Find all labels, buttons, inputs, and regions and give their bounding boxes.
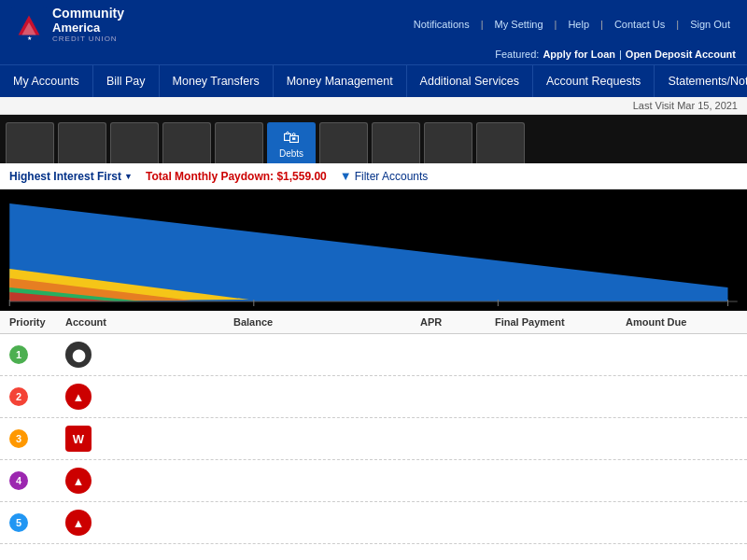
sort-button[interactable]: Highest Interest First ▼ xyxy=(9,170,133,183)
top-bar-lower: Featured: Apply for Loan | Open Deposit … xyxy=(0,47,747,64)
logo-area: ★ Community America CREDIT UNION xyxy=(11,6,124,43)
sort-arrow-icon: ▼ xyxy=(124,172,133,181)
top-bar-upper: ★ Community America CREDIT UNION Notific… xyxy=(0,0,747,47)
logo-icon: ★ xyxy=(11,7,47,42)
account-tab-3[interactable] xyxy=(110,122,159,163)
account-tab-debts[interactable]: 🛍 Debts xyxy=(267,122,316,163)
debts-label: Debts xyxy=(279,148,303,159)
col-apr: APR xyxy=(420,316,495,328)
account-tab-10[interactable] xyxy=(476,122,525,163)
table-row[interactable]: 4 ▲ xyxy=(0,460,747,502)
account-cell-5: ▲ xyxy=(65,510,233,536)
priority-cell-4: 4 xyxy=(9,471,65,490)
logo-text: Community America CREDIT UNION xyxy=(52,6,124,43)
sep1: | xyxy=(475,19,489,30)
account-icon-2: ▲ xyxy=(65,384,92,410)
chart-area xyxy=(0,189,747,311)
priority-cell-1: 1 xyxy=(9,345,65,364)
open-deposit-link[interactable]: Open Deposit Account xyxy=(626,49,736,60)
priority-badge-1: 1 xyxy=(9,345,28,364)
col-final-payment: Final Payment xyxy=(495,316,626,328)
main-nav: My Accounts Bill Pay Money Transfers Mon… xyxy=(0,64,747,97)
account-tab-8[interactable] xyxy=(372,122,420,163)
account-cell-1: ⬤ xyxy=(65,342,233,368)
priority-cell-5: 5 xyxy=(9,513,65,532)
col-account: Account xyxy=(65,316,233,328)
nav-money-transfers[interactable]: Money Transfers xyxy=(160,65,274,97)
filter-label: Filter Accounts xyxy=(355,170,429,183)
debt-chart xyxy=(0,189,747,311)
account-tab-4[interactable] xyxy=(162,122,211,163)
account-tabs: 🛍 Debts xyxy=(0,115,747,163)
table-row[interactable]: 2 ▲ xyxy=(0,376,747,418)
nav-my-accounts[interactable]: My Accounts xyxy=(0,65,93,97)
sep3: | xyxy=(595,19,609,30)
account-icon-1: ⬤ xyxy=(65,342,92,368)
filter-button[interactable]: ▼ Filter Accounts xyxy=(340,169,429,183)
account-icon-4: ▲ xyxy=(65,468,92,494)
priority-badge-2: 2 xyxy=(9,387,28,406)
col-priority: Priority xyxy=(9,316,65,328)
filter-bar: Highest Interest First ▼ Total Monthly P… xyxy=(0,163,747,189)
account-cell-4: ▲ xyxy=(65,468,233,494)
nav-bill-pay[interactable]: Bill Pay xyxy=(93,65,160,97)
priority-cell-2: 2 xyxy=(9,387,65,406)
sep2: | xyxy=(549,19,563,30)
nav-money-management[interactable]: Money Management xyxy=(274,65,407,97)
help-link[interactable]: Help xyxy=(562,19,595,30)
table-header: Priority Account Balance APR Final Payme… xyxy=(0,311,747,334)
account-tab-7[interactable] xyxy=(319,122,368,163)
priority-cell-3: 3 xyxy=(9,429,65,448)
account-icon-5: ▲ xyxy=(65,510,92,536)
paydown-label: Total Monthly Paydown: $1,559.00 xyxy=(146,170,327,183)
sep4: | xyxy=(670,19,684,30)
col-amount-due: Amount Due xyxy=(626,316,738,328)
table-row[interactable]: 1 ⬤ xyxy=(0,334,747,376)
notifications-link[interactable]: Notifications xyxy=(408,19,475,30)
table-row[interactable]: 3 W xyxy=(0,418,747,460)
nav-additional-services[interactable]: Additional Services xyxy=(407,65,533,97)
nav-statements[interactable]: Statements/Notices xyxy=(655,65,747,97)
last-visit-text: Last Visit Mar 15, 2021 xyxy=(633,100,738,111)
priority-badge-5: 5 xyxy=(9,513,28,532)
featured-label: Featured: xyxy=(491,49,543,60)
account-cell-2: ▲ xyxy=(65,384,233,410)
top-bar: ★ Community America CREDIT UNION Notific… xyxy=(0,0,747,64)
nav-account-requests[interactable]: Account Requests xyxy=(533,65,655,97)
top-links: Notifications | My Setting | Help | Cont… xyxy=(408,19,736,30)
priority-badge-4: 4 xyxy=(9,471,28,490)
table-row[interactable]: 5 ▲ xyxy=(0,502,747,544)
account-tab-5[interactable] xyxy=(215,122,263,163)
apply-loan-link[interactable]: Apply for Loan xyxy=(543,49,615,60)
account-icon-3: W xyxy=(65,426,92,452)
priority-badge-3: 3 xyxy=(9,429,28,448)
svg-text:★: ★ xyxy=(27,35,32,41)
account-tab-9[interactable] xyxy=(424,122,472,163)
data-table: 1 ⬤ 2 ▲ 3 W 4 xyxy=(0,334,747,544)
account-tab-1[interactable] xyxy=(6,122,54,163)
debts-icon: 🛍 xyxy=(283,128,300,147)
account-cell-3: W xyxy=(65,426,233,452)
sort-label: Highest Interest First xyxy=(9,170,121,183)
account-tab-2[interactable] xyxy=(58,122,106,163)
filter-icon: ▼ xyxy=(340,169,352,183)
contact-us-link[interactable]: Contact Us xyxy=(609,19,670,30)
col-balance: Balance xyxy=(233,316,420,328)
last-visit-bar: Last Visit Mar 15, 2021 xyxy=(0,97,747,115)
my-setting-link[interactable]: My Setting xyxy=(489,19,549,30)
sign-out-link[interactable]: Sign Out xyxy=(684,19,736,30)
